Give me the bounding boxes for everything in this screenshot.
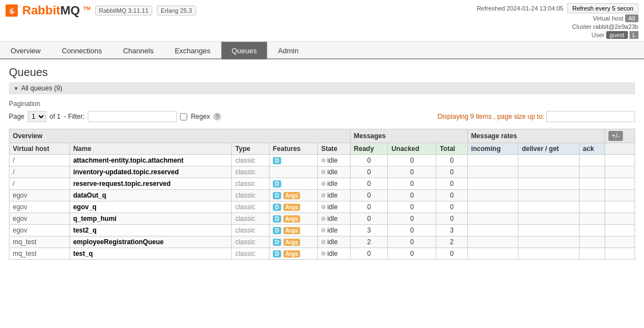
th-ack: ack — [580, 143, 605, 155]
refresh-info: Refreshed 2024-01-24 13:04:05 Refresh ev… — [477, 3, 638, 13]
queue-name-link[interactable]: egov_q — [73, 203, 97, 211]
durable-badge[interactable]: D — [273, 227, 281, 234]
cell-name[interactable]: test2_q — [69, 225, 232, 236]
cell-incoming — [467, 178, 518, 190]
args-badge[interactable]: Args — [283, 215, 301, 223]
cell-features — [269, 166, 318, 178]
cell-ready: 2 — [350, 236, 388, 248]
plus-minus-button[interactable]: +/- — [608, 131, 623, 141]
rabbit-icon: 🐇 — [6, 4, 18, 17]
cell-features: D Args — [269, 248, 318, 260]
cell-ack — [580, 213, 605, 225]
table-row: egovtest2_qclassicD Argsidle303 — [9, 225, 635, 236]
cell-name[interactable]: q_temp_humi — [69, 213, 232, 225]
cell-features: D — [269, 178, 318, 190]
page-select[interactable]: 1 — [28, 111, 46, 122]
durable-badge[interactable]: D — [273, 215, 281, 223]
args-badge[interactable]: Args — [283, 250, 301, 258]
cell-incoming — [467, 201, 518, 213]
queue-name-link[interactable]: attachment-entity.topic.attachment — [73, 157, 183, 164]
cell-name[interactable]: attachment-entity.topic.attachment — [69, 155, 232, 166]
th-plus-minus[interactable]: +/- — [605, 129, 635, 143]
cell-ready: 0 — [350, 166, 388, 178]
top-bar: 🐇 RabbitMQ TM RabbitMQ 3.11.11 Erlang 25… — [0, 0, 644, 42]
th-incoming: incoming — [467, 143, 518, 155]
cell-vhost: mq_test — [9, 248, 70, 260]
nav-connections[interactable]: Connections — [51, 42, 112, 59]
durable-badge[interactable]: D — [273, 180, 281, 188]
state-dot — [321, 193, 326, 198]
cell-total: 0 — [436, 248, 467, 260]
queue-name-link[interactable]: inventory-updated.topic.reserved — [73, 168, 179, 176]
nav-admin[interactable]: Admin — [267, 42, 309, 59]
cell-name[interactable]: inventory-updated.topic.reserved — [69, 166, 232, 178]
nav-exchanges[interactable]: Exchanges — [164, 42, 221, 59]
args-badge[interactable]: Args — [283, 204, 301, 211]
state-dot — [321, 205, 326, 209]
cell-name[interactable]: reserve-request.topic.reserved — [69, 178, 232, 190]
queue-name-link[interactable]: test2_q — [73, 226, 97, 234]
cell-state: idle — [317, 201, 350, 213]
cell-name[interactable]: test_q — [69, 248, 232, 260]
cell-unacked: 0 — [388, 166, 436, 178]
th-overview-section: Overview — [9, 129, 351, 143]
durable-badge[interactable]: D — [273, 157, 281, 164]
vhost-line: Virtual host All — [477, 14, 638, 22]
section-label: All queues (9) — [21, 84, 62, 92]
cell-extra — [605, 190, 635, 201]
regex-help-icon[interactable]: ? — [213, 113, 221, 120]
table-row: egovegov_qclassicD Argsidle000 — [9, 201, 635, 213]
queue-name-link[interactable]: test_q — [73, 250, 93, 258]
queue-name-link[interactable]: reserve-request.topic.reserved — [73, 180, 171, 188]
nav-channels[interactable]: Channels — [112, 42, 164, 59]
page-size-input[interactable] — [546, 111, 635, 122]
queue-name-link[interactable]: dataOut_q — [73, 191, 106, 199]
args-badge[interactable]: Args — [283, 227, 301, 234]
durable-badge[interactable]: D — [273, 239, 281, 246]
cell-deliver-get — [518, 225, 580, 236]
cell-name[interactable]: dataOut_q — [69, 190, 232, 201]
durable-badge[interactable]: D — [273, 192, 281, 199]
cell-total: 0 — [436, 155, 467, 166]
table-row: egovq_temp_humiclassicD Argsidle000 — [9, 213, 635, 225]
cell-name[interactable]: employeeRegistrationQueue — [69, 236, 232, 248]
queues-table: Overview Messages Message rates +/- Virt… — [9, 129, 635, 260]
vhost-button[interactable]: All — [625, 14, 638, 22]
durable-badge[interactable]: D — [273, 250, 281, 258]
args-badge[interactable]: Args — [283, 192, 301, 199]
cell-features: D Args — [269, 225, 318, 236]
user-button[interactable]: guest — [606, 31, 628, 39]
user-avatar[interactable]: L — [630, 31, 638, 39]
cell-features: D Args — [269, 213, 318, 225]
cell-incoming — [467, 248, 518, 260]
nav-queues[interactable]: Queues — [221, 42, 268, 59]
regex-checkbox[interactable] — [180, 113, 187, 120]
table-row: /attachment-entity.topic.attachmentclass… — [9, 155, 635, 166]
cell-extra — [605, 225, 635, 236]
display-info: Displaying 9 items , page size up to: — [438, 111, 635, 122]
cell-type: classic — [232, 225, 269, 236]
state-dot — [321, 240, 326, 244]
cluster-label: Cluster — [572, 23, 592, 30]
durable-badge[interactable]: D — [273, 204, 281, 211]
queue-name-link[interactable]: employeeRegistrationQueue — [73, 238, 164, 246]
filter-label: - Filter: — [64, 113, 84, 120]
all-queues-section[interactable]: ▼ All queues (9) — [9, 82, 635, 94]
cell-total: 0 — [436, 213, 467, 225]
nav-overview[interactable]: Overview — [0, 42, 51, 59]
th-empty — [605, 143, 635, 155]
th-name: Name — [69, 143, 232, 155]
cell-vhost: / — [9, 166, 70, 178]
cell-vhost: / — [9, 178, 70, 190]
queue-name-link[interactable]: q_temp_humi — [73, 215, 117, 223]
cell-total: 0 — [436, 201, 467, 213]
refresh-button[interactable]: Refresh every 5 secon — [567, 3, 638, 13]
args-badge[interactable]: Args — [283, 239, 301, 246]
filter-input[interactable] — [88, 111, 177, 122]
cell-ack — [580, 178, 605, 190]
th-features: Features — [269, 143, 318, 155]
cell-vhost: egov — [9, 201, 70, 213]
cell-name[interactable]: egov_q — [69, 201, 232, 213]
cell-state: idle — [317, 190, 350, 201]
th-state: State — [317, 143, 350, 155]
